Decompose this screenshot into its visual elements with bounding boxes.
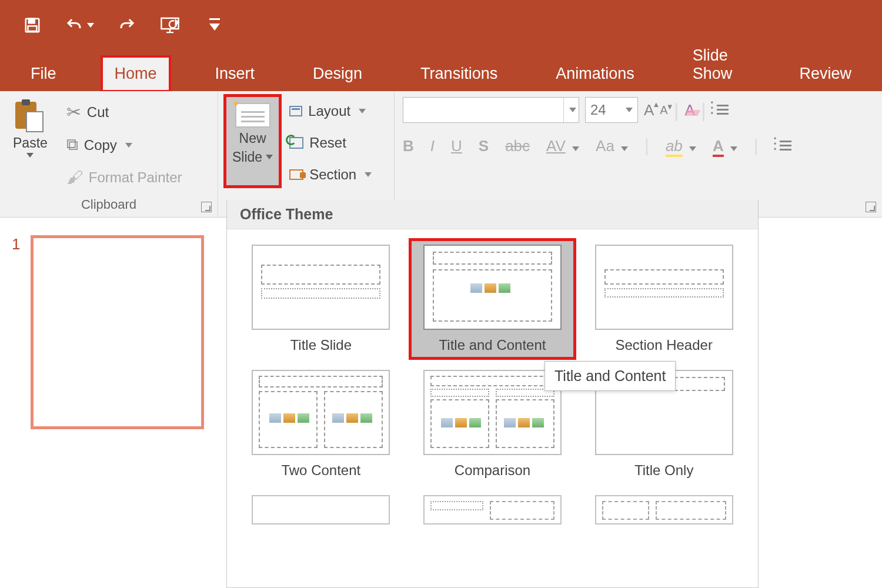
increase-font-icon[interactable]: A▲ <box>644 101 654 119</box>
new-slide-button[interactable]: New Slide <box>226 97 279 185</box>
format-painter-button[interactable]: 🖌 Format Painter <box>63 165 186 189</box>
brush-icon: 🖌 <box>66 168 83 187</box>
layout-icon <box>289 106 302 116</box>
undo-button[interactable] <box>65 16 94 34</box>
decrease-font-icon[interactable]: A▼ <box>660 103 667 117</box>
layout-option-section-header[interactable]: Section Header <box>586 245 741 353</box>
tab-transitions[interactable]: Transitions <box>407 56 510 91</box>
layout-label: Two Content <box>281 462 360 479</box>
copy-label: Copy <box>84 137 117 153</box>
group-font: 24 A▲ A▼ | A | B I U S abc AV Aa | <box>394 91 882 217</box>
slide-number: 1 <box>12 235 20 253</box>
group-label-clipboard: Clipboard <box>8 197 209 215</box>
svg-rect-1 <box>29 18 35 23</box>
section-button[interactable]: Section <box>286 164 375 185</box>
layout-option-two-content[interactable]: Two Content <box>243 370 399 479</box>
scissors-icon: ✂ <box>66 102 81 122</box>
bullets-icon[interactable] <box>712 103 729 116</box>
undo-dropdown-icon[interactable] <box>87 23 94 28</box>
ribbon: Paste ✂ Cut ⧉ Copy 🖌 Format Painter <box>0 91 882 218</box>
tab-insert[interactable]: Insert <box>202 56 268 91</box>
reset-button[interactable]: Reset <box>286 132 375 153</box>
highlight-button[interactable]: ab <box>666 137 696 155</box>
layout-option-title-and-content[interactable]: Title and Content <box>412 241 574 357</box>
character-spacing-button[interactable]: AV <box>546 137 579 155</box>
slide-thumbnail-panel: 1 <box>0 218 223 588</box>
group-clipboard: Paste ✂ Cut ⧉ Copy 🖌 Format Painter <box>0 91 218 217</box>
text-shadow-button[interactable]: S <box>479 137 489 155</box>
tab-review[interactable]: Review <box>786 56 864 91</box>
tab-file[interactable]: File <box>18 56 69 91</box>
section-label: Section <box>309 166 356 183</box>
italic-button[interactable]: I <box>430 137 435 155</box>
redo-button[interactable] <box>118 16 136 34</box>
copy-icon: ⧉ <box>66 135 78 155</box>
paste-label: Paste <box>13 135 48 151</box>
tab-animations[interactable]: Animations <box>543 56 647 91</box>
new-slide-layout-gallery: Office Theme Title Slide Title and Conte… <box>226 200 759 588</box>
svg-rect-5 <box>209 18 220 20</box>
new-slide-dropdown-icon[interactable] <box>266 155 273 159</box>
svg-rect-2 <box>28 26 37 31</box>
clipboard-dialog-launcher-icon[interactable] <box>201 202 212 212</box>
bold-button[interactable]: B <box>403 137 414 155</box>
paste-dropdown-icon[interactable] <box>26 153 34 158</box>
font-dialog-launcher-icon[interactable] <box>866 202 876 212</box>
layout-label: Layout <box>308 103 350 119</box>
new-slide-label-2: Slide <box>232 149 262 165</box>
font-size-value: 24 <box>590 102 606 118</box>
new-slide-icon <box>235 103 270 128</box>
tab-design[interactable]: Design <box>300 56 375 91</box>
start-slideshow-icon[interactable] <box>160 16 180 34</box>
change-case-button[interactable]: Aa <box>596 137 628 155</box>
copy-button[interactable]: ⧉ Copy <box>63 133 186 157</box>
layout-label: Title Only <box>634 462 693 479</box>
svg-marker-6 <box>209 24 220 31</box>
font-color-button[interactable]: A <box>713 137 737 155</box>
reset-icon <box>289 137 303 149</box>
tab-slideshow[interactable]: Slide Show <box>680 38 754 91</box>
layout-label: Title Slide <box>290 337 352 353</box>
tab-home[interactable]: Home <box>102 56 170 91</box>
slide-thumbnail-1[interactable] <box>31 235 204 429</box>
underline-button[interactable]: U <box>451 137 462 155</box>
section-dropdown-icon[interactable] <box>365 172 372 177</box>
numbering-icon[interactable] <box>775 139 791 152</box>
layout-label: Comparison <box>455 462 530 479</box>
cut-button[interactable]: ✂ Cut <box>63 99 186 125</box>
chevron-down-icon[interactable] <box>626 108 633 112</box>
layout-dropdown-icon[interactable] <box>359 109 366 113</box>
paste-button[interactable]: Paste <box>8 97 52 189</box>
tooltip-text: Title and Content <box>554 368 666 384</box>
group-slides: New Slide Layout Reset <box>218 91 394 217</box>
clear-formatting-icon[interactable]: A <box>685 101 695 119</box>
layout-label: Title and Content <box>439 337 546 353</box>
tooltip: Title and Content <box>544 361 676 391</box>
reset-label: Reset <box>309 135 346 151</box>
layout-option-title-slide[interactable]: Title Slide <box>243 245 399 353</box>
layout-option-content-caption[interactable] <box>415 495 570 524</box>
layout-label: Section Header <box>615 337 712 353</box>
copy-dropdown-icon[interactable] <box>125 143 132 148</box>
chevron-down-icon[interactable] <box>563 98 579 122</box>
new-slide-label-1: New <box>239 131 266 146</box>
ribbon-tabs: File Home Insert Design Transitions Anim… <box>0 50 882 91</box>
customize-qat-icon[interactable] <box>209 18 220 32</box>
layout-option-blank[interactable] <box>243 495 399 524</box>
save-icon[interactable] <box>24 16 41 34</box>
strikethrough-button[interactable]: abc <box>505 137 530 155</box>
font-size-combo[interactable]: 24 <box>585 97 638 123</box>
gallery-header: Office Theme <box>227 200 758 229</box>
section-icon <box>289 169 303 180</box>
format-painter-label: Format Painter <box>89 169 182 186</box>
layout-button[interactable]: Layout <box>286 101 375 122</box>
font-name-combo[interactable] <box>403 97 579 123</box>
paste-icon <box>15 99 45 132</box>
layout-option-picture-caption[interactable] <box>586 495 741 524</box>
cut-label: Cut <box>87 104 109 121</box>
